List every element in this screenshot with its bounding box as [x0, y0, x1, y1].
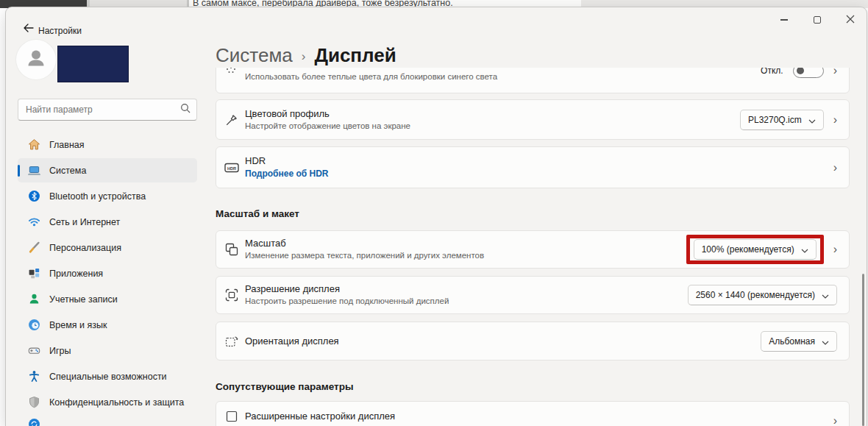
red-highlight-box: 100% (рекомендуется) [686, 235, 824, 264]
home-icon [28, 138, 40, 151]
resolution-description: Настроить разрешение под подключенный ди… [245, 296, 449, 307]
sidebar-item-label: Конфиденциальность и защита [49, 397, 184, 408]
network-icon [28, 216, 40, 228]
resolution-dropdown[interactable]: 2560 × 1440 (рекомендуется) [688, 285, 837, 305]
hdr-learn-more-link[interactable]: Подробнее об HDR [245, 168, 329, 180]
orientation-row[interactable]: Ориентация дисплея Альбомная [216, 322, 850, 361]
sidebar-item-system[interactable]: Система [18, 158, 197, 182]
sidebar-item-label: Персонализация [49, 243, 121, 253]
vertical-scrollbar-thumb[interactable] [862, 274, 865, 426]
settings-window: Настройки Главная Система [6, 7, 867, 426]
sidebar-item-label: Сеть и Интернет [49, 217, 120, 227]
chevron-down-icon [822, 288, 829, 302]
night-light-row[interactable]: Использовать более теплые цвета для блок… [216, 68, 850, 93]
username-redaction-block [57, 46, 129, 82]
close-button[interactable] [833, 7, 867, 32]
resolution-title: Разрешение дисплея [245, 283, 449, 295]
sidebar-item-label: Система [49, 166, 86, 176]
toggle-state-label: Откл. [761, 68, 783, 76]
search-icon [180, 103, 191, 116]
orientation-icon [223, 336, 241, 347]
user-avatar[interactable] [16, 40, 56, 79]
breadcrumb-separator-icon: › [302, 49, 306, 64]
breadcrumb: Система › Дисплей [216, 44, 396, 67]
resolution-icon [223, 288, 241, 302]
maximize-icon [814, 16, 821, 24]
sidebar-item-privacy[interactable]: Конфиденциальность и защита [18, 390, 197, 414]
window-title: Настройки [38, 26, 82, 36]
hdr-row[interactable]: HDR HDR Подробнее об HDR › [216, 146, 850, 188]
chevron-down-icon [801, 243, 808, 256]
color-profile-value: PL3270Q.icm [748, 115, 802, 125]
chevron-down-icon [808, 113, 816, 127]
breadcrumb-parent[interactable]: Система [216, 44, 293, 67]
accounts-icon [28, 293, 40, 305]
sidebar-nav: Главная Система Bluetooth и устройства С… [18, 132, 197, 416]
minimize-icon [780, 19, 788, 20]
window-controls [767, 7, 867, 32]
advanced-display-title: Расширенные настройки дисплея [245, 411, 395, 422]
privacy-icon [28, 396, 40, 408]
scale-value: 100% (рекомендуется) [702, 244, 794, 255]
person-icon [24, 46, 49, 74]
resolution-value: 2560 × 1440 (рекомендуется) [696, 290, 815, 300]
windows-update-icon [28, 420, 40, 426]
back-button[interactable] [16, 18, 40, 40]
apps-icon [28, 267, 40, 280]
sidebar-item-label: Приложения [49, 269, 103, 279]
search-input[interactable] [26, 104, 180, 115]
minimize-button[interactable] [767, 7, 800, 32]
svg-text:HDR: HDR [227, 166, 236, 170]
color-profile-row[interactable]: Цветовой профиль Настройте отображение ц… [216, 99, 850, 140]
sidebar-item-label: Bluetooth и устройства [49, 191, 146, 202]
sidebar-item-time-language[interactable]: Время и язык [18, 313, 197, 337]
resolution-row[interactable]: Разрешение дисплея Настроить разрешение … [216, 276, 850, 314]
scale-row[interactable]: Масштаб Изменение размера текста, прилож… [216, 230, 850, 269]
advanced-display-row[interactable]: Расширенные настройки дисплея › [216, 401, 850, 426]
sidebar-item-apps[interactable]: Приложения [18, 261, 197, 285]
color-profile-description: Настройте отображение цветов на экране [245, 121, 410, 132]
chevron-right-icon: › [833, 114, 837, 126]
sidebar-item-bluetooth[interactable]: Bluetooth и устройства [18, 184, 197, 208]
settings-scroll-area: Использовать более теплые цвета для блок… [216, 68, 850, 426]
chevron-right-icon: › [833, 244, 837, 255]
search-box[interactable] [18, 99, 197, 121]
close-icon [846, 13, 855, 26]
sidebar-item-network[interactable]: Сеть и Интернет [18, 210, 197, 234]
sidebar-item-personalization[interactable]: Персонализация [18, 235, 197, 260]
chevron-right-icon: › [833, 68, 837, 77]
sidebar-item-windows-update-partial[interactable] [28, 418, 40, 426]
gaming-icon [28, 344, 40, 357]
sidebar-item-label: Учетные записи [49, 294, 118, 305]
color-profile-title: Цветовой профиль [245, 108, 410, 120]
section-related-settings: Сопутствующие параметры [216, 381, 850, 392]
time-language-icon [28, 319, 40, 331]
sidebar-item-gaming[interactable]: Игры [18, 338, 197, 363]
back-arrow-icon [23, 22, 34, 35]
chevron-right-icon: › [833, 415, 837, 426]
hdr-title: HDR [245, 155, 329, 167]
sidebar-item-accessibility[interactable]: Специальные возможности [18, 364, 197, 388]
personalization-icon [28, 241, 40, 254]
scale-title: Масштаб [245, 238, 484, 249]
scale-description: Изменение размера текста, приложений и д… [245, 250, 484, 261]
toggle-knob [797, 68, 804, 74]
night-light-description: Использовать более теплые цвета для блок… [245, 71, 497, 82]
maximize-button[interactable] [800, 7, 833, 32]
sidebar-item-label: Специальные возможности [49, 372, 167, 382]
sidebar-item-accounts[interactable]: Учетные записи [18, 287, 197, 311]
orientation-value: Альбомная [769, 336, 815, 347]
page-title: Дисплей [314, 44, 396, 67]
night-light-toggle[interactable] [793, 68, 824, 78]
section-scale-layout: Масштаб и макет [216, 208, 850, 219]
sidebar-item-label: Игры [49, 346, 71, 356]
color-profile-dropdown[interactable]: PL3270Q.icm [740, 110, 824, 130]
bluetooth-icon [28, 190, 40, 202]
system-icon [28, 164, 40, 177]
orientation-dropdown[interactable]: Альбомная [761, 331, 837, 352]
scale-dropdown[interactable]: 100% (рекомендуется) [694, 239, 817, 260]
accessibility-icon [28, 370, 40, 383]
hdr-icon: HDR [223, 162, 241, 174]
scale-icon [223, 243, 241, 256]
sidebar-item-home[interactable]: Главная [18, 132, 197, 157]
